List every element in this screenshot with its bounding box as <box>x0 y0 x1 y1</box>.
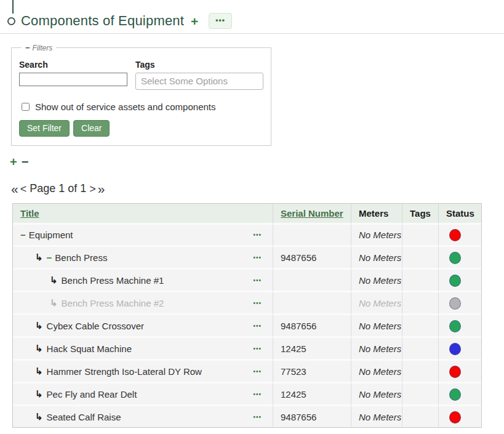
tags-cell <box>402 292 439 315</box>
row-menu-button[interactable]: ••• <box>253 345 265 352</box>
indent-spacer <box>20 371 35 372</box>
row-menu-button[interactable]: ••• <box>253 254 265 261</box>
row-menu-button[interactable]: ••• <box>253 414 265 420</box>
indent-spacer <box>20 326 35 326</box>
column-header-meters: Meters <box>351 204 402 225</box>
status-indicator <box>449 229 461 241</box>
vertical-caret-line <box>12 0 14 14</box>
tree-arrow-icon: ↳ <box>50 275 58 286</box>
row-title[interactable]: Bench Press Machine #1 <box>62 275 164 286</box>
previous-page-button[interactable]: < <box>20 183 27 195</box>
clear-filter-button[interactable]: Clear <box>73 120 110 137</box>
column-header-title[interactable]: Title <box>13 204 273 225</box>
components-table: Title Serial Number Meters Tags Status −… <box>12 203 482 428</box>
row-title[interactable]: Seated Calf Raise <box>47 412 121 422</box>
column-header-status: Status <box>439 204 481 225</box>
collapse-all-icon[interactable]: − <box>22 156 29 168</box>
meters-cell: No Meters <box>351 315 402 338</box>
tags-cell <box>402 247 439 270</box>
status-indicator <box>449 411 461 424</box>
table-row: ↳ Seated Calf Raise ••• 9487656 No Meter… <box>13 406 481 427</box>
serial-number-cell: 77523 <box>273 361 351 384</box>
row-menu-button[interactable]: ••• <box>253 391 265 398</box>
page-indicator: Page 1 of 1 <box>30 182 86 195</box>
indent-spacer <box>20 280 50 281</box>
row-menu-button[interactable]: ••• <box>253 300 265 307</box>
search-label: Search <box>19 60 127 70</box>
serial-number-cell <box>273 292 351 315</box>
tree-controls: + − <box>10 156 504 168</box>
status-indicator <box>449 320 461 332</box>
row-title[interactable]: Hack Squat Machine <box>47 344 132 354</box>
indent-spacer <box>20 394 35 395</box>
row-title[interactable]: Hammer Strength Iso-Lateral DY Row <box>47 366 202 377</box>
serial-number-cell: 12425 <box>273 338 351 361</box>
out-of-service-checkbox-label: Show out of service assets and component… <box>35 102 216 112</box>
filters-panel: −Filters Search Tags Select Some Options… <box>11 43 271 146</box>
row-menu-button[interactable]: ••• <box>253 368 265 375</box>
set-filter-button[interactable]: Set Filter <box>19 120 70 137</box>
tree-arrow-icon: ↳ <box>35 366 43 377</box>
meters-cell: No Meters <box>351 384 402 406</box>
page-header: Components of Equipment + ••• <box>0 0 504 34</box>
row-menu-button[interactable]: ••• <box>253 277 265 284</box>
indent-spacer <box>20 417 35 417</box>
tree-arrow-icon: ↳ <box>50 297 58 308</box>
collapse-row-icon[interactable]: − <box>20 230 26 240</box>
table-row: ↳ Pec Fly and Rear Delt ••• 12425 No Met… <box>13 384 481 406</box>
first-page-button[interactable]: « <box>11 182 18 195</box>
filters-legend-label: Filters <box>33 44 53 52</box>
search-field-group: Search <box>19 60 127 90</box>
tags-label: Tags <box>135 60 263 70</box>
tags-cell <box>402 270 439 292</box>
status-indicator <box>449 252 461 264</box>
serial-number-cell <box>273 225 351 247</box>
row-menu-button[interactable]: ••• <box>253 323 265 329</box>
table-row: ↳ Bench Press Machine #2 ••• No Meters <box>13 292 481 315</box>
more-options-button[interactable]: ••• <box>209 13 232 29</box>
row-title[interactable]: Cybex Cable Crossover <box>47 321 144 331</box>
column-header-serial-number[interactable]: Serial Number <box>273 204 351 225</box>
filters-legend[interactable]: −Filters <box>22 43 56 52</box>
table-row: ↳ Bench Press Machine #1 ••• No Meters <box>13 270 481 292</box>
row-title[interactable]: Bench Press <box>55 252 107 263</box>
expand-all-icon[interactable]: + <box>10 156 17 168</box>
tree-arrow-icon: ↳ <box>35 252 43 263</box>
indent-spacer <box>20 257 35 258</box>
out-of-service-checkbox[interactable] <box>22 103 30 111</box>
row-menu-button[interactable]: ••• <box>253 231 265 238</box>
status-indicator <box>449 366 461 378</box>
table-row: ↳ − Bench Press ••• 9487656 No Meters <box>13 247 481 270</box>
tags-cell <box>402 361 439 384</box>
last-page-button[interactable]: » <box>98 182 105 195</box>
collapse-row-icon[interactable]: − <box>47 252 52 263</box>
row-title[interactable]: Equipment <box>29 230 73 240</box>
tags-cell <box>402 315 439 338</box>
tags-cell <box>402 406 439 427</box>
row-title[interactable]: Bench Press Machine #2 <box>62 298 164 308</box>
status-indicator <box>449 388 461 401</box>
indent-spacer <box>20 303 50 303</box>
page-title: Components of Equipment <box>21 13 184 29</box>
meters-cell: No Meters <box>351 338 402 361</box>
table-header-row: Title Serial Number Meters Tags Status <box>13 204 481 225</box>
serial-number-cell: 12425 <box>273 384 351 406</box>
search-input[interactable] <box>19 73 127 86</box>
meters-cell: No Meters <box>351 270 402 292</box>
table-body: − Equipment ••• No Meters ↳ − Bench Pres… <box>13 225 481 427</box>
tags-cell <box>402 384 439 406</box>
out-of-service-checkbox-row[interactable]: Show out of service assets and component… <box>22 102 263 112</box>
meters-cell: No Meters <box>351 361 402 384</box>
serial-number-cell: 9487656 <box>273 315 351 338</box>
collapse-filters-icon[interactable]: − <box>25 43 30 52</box>
pagination-top: « < Page 1 of 1 > » <box>11 182 504 195</box>
row-title[interactable]: Pec Fly and Rear Delt <box>47 389 137 400</box>
add-component-button[interactable]: + <box>190 15 199 28</box>
status-indicator <box>449 343 461 355</box>
tags-cell <box>402 338 439 361</box>
next-page-button[interactable]: > <box>89 183 96 195</box>
status-indicator <box>449 297 461 310</box>
tags-select[interactable]: Select Some Options <box>135 73 263 90</box>
table-row: ↳ Hammer Strength Iso-Lateral DY Row •••… <box>13 361 481 384</box>
meters-cell: No Meters <box>351 292 402 315</box>
